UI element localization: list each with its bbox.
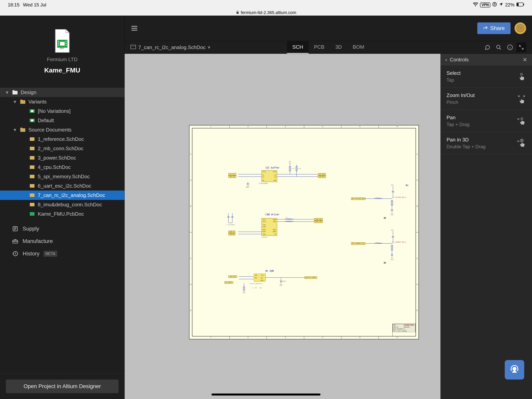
nav-manufacture[interactable]: Manufacture bbox=[0, 235, 124, 247]
chevron-down-icon: ▾ bbox=[208, 45, 210, 51]
schdoc-icon bbox=[29, 193, 35, 197]
schematic-canvas[interactable]: 123456 123456 ABCD ABCD I2C buffer VCCA … bbox=[125, 54, 532, 399]
wifi-icon bbox=[473, 2, 478, 8]
sda-buf-port: SDA_BUF bbox=[318, 175, 326, 178]
rc-input-port: RC_INPUT bbox=[225, 281, 233, 284]
sbus-out-port: SBUS_OUT bbox=[228, 276, 237, 278]
project-icon bbox=[53, 29, 72, 53]
tree-doc-7-selected[interactable]: 7_can_rc_i2c_analog.SchDoc bbox=[0, 191, 124, 200]
history-icon bbox=[12, 251, 19, 257]
tree-variants[interactable]: ▾ Variants bbox=[0, 97, 124, 106]
status-time: 18:15 bbox=[8, 2, 19, 8]
open-in-designer-button[interactable]: Open Project in Altium Designer bbox=[6, 380, 119, 393]
tap-gesture-icon bbox=[517, 72, 526, 81]
tree-doc-2[interactable]: 2_mb_conn.SchDoc bbox=[0, 144, 124, 153]
nav-supply[interactable]: Supply bbox=[0, 223, 124, 235]
can-driver-block: CAN driver VCC1 VCC2 CANH CANL STB1 STB2… bbox=[230, 211, 336, 250]
tree-doc-4[interactable]: 4_cpu.SchDoc bbox=[0, 162, 124, 172]
control-pan: PanTap + Drag bbox=[441, 110, 532, 132]
tab-3d[interactable]: 3D bbox=[330, 41, 347, 54]
can-rx-port: CAN_RX bbox=[228, 233, 235, 235]
svg-rect-24 bbox=[30, 184, 34, 188]
close-icon[interactable]: ✕ bbox=[522, 56, 527, 63]
battery-percent: 22% bbox=[505, 2, 514, 8]
svg-rect-16 bbox=[31, 110, 33, 112]
comments-button[interactable] bbox=[482, 42, 492, 52]
tree-doc-1[interactable]: 1_reference.SchDoc bbox=[0, 135, 124, 144]
folder-icon bbox=[20, 100, 26, 104]
sbus-rc-port: SBUS_RC_INPUT bbox=[304, 277, 317, 279]
svg-rect-6 bbox=[58, 41, 59, 42]
svg-text:VCC1: VCC1 bbox=[261, 275, 264, 276]
info-button[interactable] bbox=[505, 42, 515, 52]
tree-no-variations[interactable]: [No Variations] bbox=[0, 106, 124, 116]
share-icon bbox=[483, 25, 488, 31]
svg-rect-20 bbox=[30, 147, 34, 150]
tree-doc-6[interactable]: 6_uart_esc_i2c.SchDoc bbox=[0, 181, 124, 191]
nav-history[interactable]: History BETA bbox=[0, 247, 124, 260]
lock-icon bbox=[236, 11, 239, 15]
search-button[interactable] bbox=[494, 42, 504, 52]
tab-bom[interactable]: BOM bbox=[347, 41, 370, 54]
tree-doc-pcb[interactable]: Kame_FMU.PcbDoc bbox=[0, 209, 124, 219]
svg-text:2.2k: 2.2k bbox=[291, 168, 295, 169]
svg-rect-23 bbox=[30, 175, 34, 178]
svg-point-84 bbox=[521, 118, 523, 120]
location-icon bbox=[499, 2, 503, 8]
ios-status-bar: 18:15 Wed 15 Jul VPN 22% bbox=[0, 0, 532, 10]
menu-button[interactable] bbox=[130, 24, 138, 32]
title-block: Title:CAN/RC IN/I2C Size: A3Number: Date… bbox=[392, 324, 416, 336]
schdoc-icon bbox=[29, 175, 35, 178]
beta-badge: BETA bbox=[44, 251, 57, 257]
canh-port: CANH_CON bbox=[314, 218, 323, 220]
svg-text:IN1: IN1 bbox=[254, 277, 257, 279]
view-tabs: SCH PCB 3D BOM bbox=[287, 41, 370, 54]
schdoc-icon bbox=[29, 156, 35, 160]
svg-rect-2 bbox=[517, 3, 519, 6]
share-button[interactable]: Share bbox=[477, 22, 511, 34]
tree-doc-5[interactable]: 5_spi_memory.SchDoc bbox=[0, 172, 124, 181]
svg-text:56: 56 bbox=[286, 217, 287, 218]
battery-icon bbox=[516, 2, 524, 8]
vpn-badge: VPN bbox=[480, 3, 490, 7]
active-file-tab[interactable]: 7_can_rc_i2c_analog.SchDoc ▾ bbox=[130, 41, 210, 54]
tree-source-docs[interactable]: ▾ Source Documents bbox=[0, 125, 124, 135]
home-indicator[interactable] bbox=[211, 393, 321, 395]
chevron-left-icon[interactable]: ‹ bbox=[445, 57, 447, 63]
user-avatar[interactable] bbox=[514, 22, 526, 34]
svg-rect-9 bbox=[65, 41, 66, 42]
tree-default-variant[interactable]: Default bbox=[0, 116, 124, 125]
can-chip-icon: VCC1 VCC2 CANH CANL STB1 STB2 RXD1 RXD2 … bbox=[261, 218, 277, 236]
tab-sch[interactable]: SCH bbox=[287, 41, 309, 54]
variant-icon bbox=[29, 109, 35, 113]
i2c-chip-icon: VCCA VCCB A1 A2 B1 B2 EN GND bbox=[261, 170, 277, 182]
support-chat-button[interactable] bbox=[505, 360, 524, 380]
svg-rect-26 bbox=[30, 203, 34, 206]
svg-rect-7 bbox=[58, 43, 59, 44]
sidebar-header: Fermium LTD Kame_FMU bbox=[0, 16, 124, 88]
url-text: fermium-ltd-2.365.altium.com bbox=[241, 10, 296, 15]
tab-pcb[interactable]: PCB bbox=[309, 41, 330, 54]
scl-buf-port: SCL_BUF bbox=[318, 173, 326, 175]
fullscreen-button[interactable] bbox=[516, 42, 526, 52]
svg-rect-3 bbox=[523, 4, 524, 5]
svg-rect-11 bbox=[65, 45, 66, 45]
tree-doc-3[interactable]: 3_power.SchDoc bbox=[0, 153, 124, 162]
control-select: SelectTap bbox=[441, 65, 532, 88]
status-date: Wed 15 Jul bbox=[23, 2, 46, 8]
control-zoom: Zoom In/OutPinch bbox=[441, 88, 532, 110]
variant-icon bbox=[29, 119, 35, 122]
sidebar: Fermium LTD Kame_FMU ▾ Design ▾ Variants bbox=[0, 16, 125, 399]
tree-design[interactable]: ▾ Design bbox=[0, 88, 124, 97]
tree-doc-8[interactable]: 8_imu&debug_conn.SchDoc bbox=[0, 200, 124, 209]
svg-rect-14 bbox=[63, 48, 63, 49]
svg-text:100nF: 100nF bbox=[282, 281, 286, 282]
bat-voltage-port: BAT_VOLTAGE_SNS bbox=[351, 198, 365, 200]
main-area: Share 7_can_rc_i2c_analog.SchDoc ▾ SCH P… bbox=[125, 16, 532, 399]
svg-point-35 bbox=[497, 45, 500, 49]
svg-text:VCC: VCC bbox=[391, 230, 393, 231]
schdoc-icon bbox=[29, 137, 35, 141]
controls-header: ‹ Controls ✕ bbox=[441, 54, 532, 65]
svg-text:IN0: IN0 bbox=[254, 275, 257, 276]
chevron-down-icon: ▾ bbox=[14, 127, 17, 133]
